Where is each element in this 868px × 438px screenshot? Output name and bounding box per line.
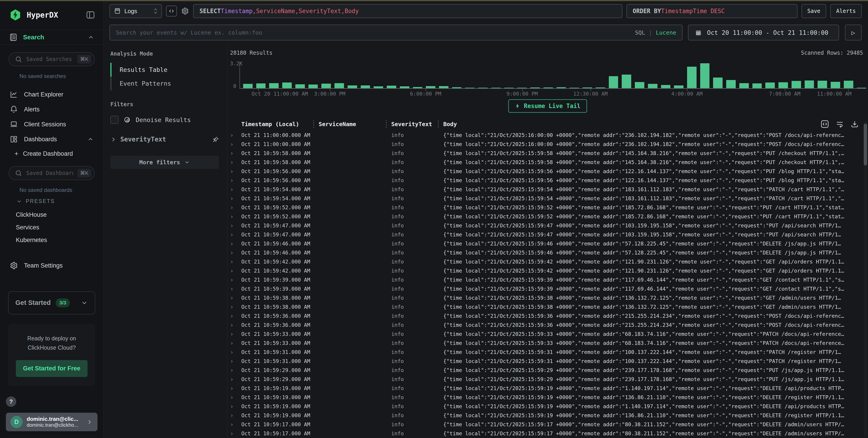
row-expand-icon[interactable]: › — [227, 195, 241, 202]
pin-icon[interactable] — [212, 136, 219, 143]
row-expand-icon[interactable]: › — [227, 358, 241, 364]
table-row[interactable]: ›Oct 21 10:59:56.000 AMinfo{"time_local"… — [227, 176, 868, 185]
alerts-button[interactable]: Alerts — [830, 4, 862, 18]
col-body[interactable]: Body — [438, 121, 868, 128]
sidebar-item-alerts[interactable]: Alerts — [0, 102, 103, 117]
table-row[interactable]: ›Oct 21 10:59:38.000 AMinfo{"time_local"… — [227, 302, 868, 311]
run-search-button[interactable]: ▷ — [845, 25, 862, 40]
row-expand-icon[interactable]: › — [227, 421, 241, 428]
sidebar-item-chart-explorer[interactable]: Chart Explorer — [0, 87, 103, 102]
row-expand-icon[interactable]: › — [227, 286, 241, 292]
table-row[interactable]: ›Oct 21 10:59:58.000 AMinfo{"time_local"… — [227, 158, 868, 167]
row-expand-icon[interactable]: › — [227, 394, 241, 401]
table-row[interactable]: ›Oct 21 10:59:36.000 AMinfo{"time_local"… — [227, 311, 868, 321]
get-started-toggle[interactable]: Get Started 3/3 — [8, 291, 95, 314]
row-expand-icon[interactable]: › — [227, 430, 241, 437]
row-expand-icon[interactable]: › — [227, 331, 241, 337]
sidebar-item-dashboards[interactable]: Dashboards — [0, 132, 103, 147]
table-row[interactable]: ›Oct 21 11:00:00.000 AMinfo{"time_local"… — [227, 131, 868, 140]
download-icon[interactable] — [850, 120, 859, 128]
table-scrollbar[interactable] — [864, 121, 867, 437]
col-servicename[interactable]: ServiceName — [313, 121, 386, 128]
preset-kubernetes[interactable]: Kubernetes — [0, 234, 103, 246]
table-row[interactable]: ›Oct 21 10:59:52.000 AMinfo{"time_local"… — [227, 212, 868, 221]
sidebar-item-client-sessions[interactable]: Client Sessions — [0, 117, 103, 132]
hyperdx-logo[interactable]: HyperDX — [9, 9, 58, 21]
table-row[interactable]: ›Oct 21 10:59:19.000 AMinfo{"time_local"… — [227, 402, 868, 411]
time-range-picker[interactable]: Oct 20 11:00:00 - Oct 21 11:00:00 — [688, 25, 839, 40]
language-lucene-toggle[interactable]: Lucene — [656, 29, 676, 36]
row-expand-icon[interactable]: › — [227, 304, 241, 310]
table-row[interactable]: ›Oct 21 10:59:33.000 AMinfo{"time_local"… — [227, 330, 868, 339]
table-row[interactable]: ›Oct 21 10:59:46.000 AMinfo{"time_local"… — [227, 248, 868, 257]
denoise-checkbox[interactable] — [111, 116, 119, 124]
table-row[interactable]: ›Oct 21 10:59:29.000 AMinfo{"time_local"… — [227, 366, 868, 375]
row-expand-icon[interactable]: › — [227, 213, 241, 220]
order-by-input[interactable]: ORDER BY TimestampTime DESC — [626, 4, 798, 18]
create-dashboard-button[interactable]: + Create Dashboard — [0, 147, 103, 161]
save-button[interactable]: Save — [802, 4, 827, 18]
table-row[interactable]: ›Oct 21 10:59:36.000 AMinfo{"time_local"… — [227, 321, 868, 330]
table-row[interactable]: ›Oct 21 10:59:17.000 AMinfo{"time_local"… — [227, 420, 868, 429]
table-row[interactable]: ›Oct 21 11:00:00.000 AMinfo{"time_local"… — [227, 140, 868, 149]
mode-event-patterns[interactable]: Event Patterns — [111, 77, 219, 91]
user-menu[interactable]: D dominic.tran@clic... dominic.tran@clic… — [6, 413, 97, 431]
col-timestamp[interactable]: Timestamp (Local) — [241, 121, 313, 128]
row-expand-icon[interactable]: › — [227, 177, 241, 183]
row-expand-icon[interactable]: › — [227, 340, 241, 346]
row-expand-icon[interactable]: › — [227, 240, 241, 247]
table-row[interactable]: ›Oct 21 10:59:31.000 AMinfo{"time_local"… — [227, 357, 868, 366]
table-row[interactable]: ›Oct 21 10:59:42.000 AMinfo{"time_local"… — [227, 266, 868, 275]
row-expand-icon[interactable]: › — [227, 132, 241, 138]
table-row[interactable]: ›Oct 21 10:59:29.000 AMinfo{"time_local"… — [227, 375, 868, 384]
row-expand-icon[interactable]: › — [227, 141, 241, 147]
table-row[interactable]: ›Oct 21 10:59:56.000 AMinfo{"time_local"… — [227, 167, 868, 176]
row-expand-icon[interactable]: › — [227, 376, 241, 382]
row-expand-icon[interactable]: › — [227, 168, 241, 174]
preset-services[interactable]: Services — [0, 221, 103, 234]
table-row[interactable]: ›Oct 21 10:59:47.000 AMinfo{"time_local"… — [227, 221, 868, 230]
table-row[interactable]: ›Oct 21 10:59:39.000 AMinfo{"time_local"… — [227, 275, 868, 284]
table-row[interactable]: ›Oct 21 10:59:19.000 AMinfo{"time_local"… — [227, 393, 868, 402]
row-expand-icon[interactable]: › — [227, 367, 241, 373]
table-row[interactable]: ›Oct 21 10:59:52.000 AMinfo{"time_local"… — [227, 203, 868, 212]
saved-searches-input[interactable]: Saved Searches ⌘K — [9, 52, 95, 66]
events-histogram[interactable]: 3.2K 0 Oct 20 11:00:00 AM3:00:00 PM6:00:… — [229, 58, 866, 97]
table-row[interactable]: ›Oct 21 10:59:33.000 AMinfo{"time_local"… — [227, 339, 868, 347]
chevron-up-icon[interactable] — [87, 136, 94, 143]
resume-live-tail-button[interactable]: Resume Live Tail — [508, 99, 587, 113]
sidebar-item-search[interactable]: Search — [0, 30, 103, 44]
saved-dashboards-input[interactable]: Saved Dashboards ⌘K — [9, 166, 95, 180]
row-expand-icon[interactable]: › — [227, 268, 241, 274]
row-expand-icon[interactable]: › — [227, 322, 241, 328]
table-row[interactable]: ›Oct 21 10:59:47.000 AMinfo{"time_local"… — [227, 230, 868, 239]
preset-clickhouse[interactable]: ClickHouse — [0, 208, 103, 221]
table-row[interactable]: ›Oct 21 10:59:31.000 AMinfo{"time_local"… — [227, 347, 868, 357]
mode-results-table[interactable]: Results Table — [111, 63, 219, 77]
row-expand-icon[interactable]: › — [227, 412, 241, 418]
row-expand-icon[interactable]: › — [227, 223, 241, 229]
table-row[interactable]: ›Oct 21 10:59:38.000 AMinfo{"time_local"… — [227, 293, 868, 302]
query-settings-gear-icon[interactable] — [181, 7, 189, 15]
presets-toggle[interactable]: PRESETS — [0, 196, 103, 208]
table-row[interactable]: ›Oct 21 10:59:54.000 AMinfo{"time_local"… — [227, 194, 868, 203]
table-row[interactable]: ›Oct 21 10:59:46.000 AMinfo{"time_local"… — [227, 239, 868, 248]
language-sql-toggle[interactable]: SQL — [635, 29, 645, 36]
row-expand-icon[interactable]: › — [227, 204, 241, 211]
col-severitytext[interactable]: SeverityText — [386, 121, 438, 128]
table-row[interactable]: ›Oct 21 10:59:39.000 AMinfo{"time_local"… — [227, 284, 868, 293]
row-expand-icon[interactable]: › — [227, 249, 241, 256]
row-expand-icon[interactable]: › — [227, 259, 241, 265]
row-expand-icon[interactable]: › — [227, 385, 241, 392]
row-expand-icon[interactable]: › — [227, 150, 241, 157]
help-button[interactable]: ? — [6, 396, 16, 407]
select-columns-input[interactable]: SELECT Timestamp,ServiceName,SeverityTex… — [193, 4, 622, 18]
severity-filter-group[interactable]: SeverityText — [111, 136, 219, 143]
table-row[interactable]: ›Oct 21 10:59:19.000 AMinfo{"time_local"… — [227, 384, 868, 393]
row-expand-icon[interactable]: › — [227, 313, 241, 319]
row-expand-icon[interactable]: › — [227, 231, 241, 238]
row-expand-icon[interactable]: › — [227, 295, 241, 301]
view-source-icon[interactable] — [820, 120, 829, 128]
more-filters-button[interactable]: More filters — [111, 156, 219, 169]
table-row[interactable]: ›Oct 21 10:59:42.000 AMinfo{"time_local"… — [227, 257, 868, 266]
